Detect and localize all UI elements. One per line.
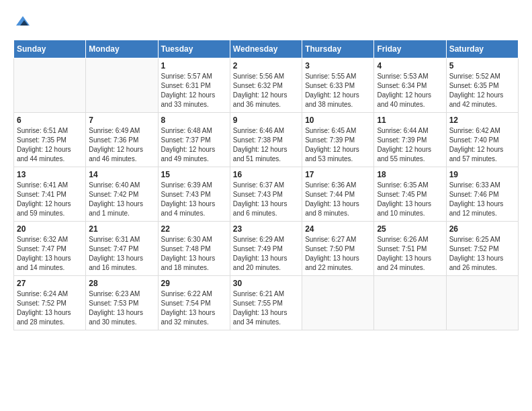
day-detail: Sunrise: 6:31 AM Sunset: 7:47 PM Dayligh… <box>89 235 154 273</box>
day-detail: Sunrise: 5:53 AM Sunset: 6:34 PM Dayligh… <box>377 72 443 109</box>
calendar-cell: 15Sunrise: 6:39 AM Sunset: 7:43 PM Dayli… <box>158 167 230 221</box>
day-detail: Sunrise: 6:30 AM Sunset: 7:48 PM Dayligh… <box>161 235 227 273</box>
calendar-cell: 5Sunrise: 5:52 AM Sunset: 6:35 PM Daylig… <box>446 58 518 112</box>
day-detail: Sunrise: 6:44 AM Sunset: 7:39 PM Dayligh… <box>377 126 443 164</box>
day-detail: Sunrise: 6:39 AM Sunset: 7:43 PM Dayligh… <box>161 181 227 218</box>
calendar-cell: 16Sunrise: 6:37 AM Sunset: 7:43 PM Dayli… <box>230 167 302 221</box>
calendar-cell: 8Sunrise: 6:48 AM Sunset: 7:37 PM Daylig… <box>158 112 230 167</box>
day-detail: Sunrise: 6:48 AM Sunset: 7:37 PM Dayligh… <box>161 126 227 164</box>
calendar-cell: 10Sunrise: 6:45 AM Sunset: 7:39 PM Dayli… <box>302 112 374 167</box>
calendar-cell <box>446 275 518 330</box>
day-number: 1 <box>161 61 227 71</box>
calendar-cell: 3Sunrise: 5:55 AM Sunset: 6:33 PM Daylig… <box>302 58 374 112</box>
page-header <box>13 13 519 33</box>
day-number: 26 <box>449 224 515 234</box>
calendar-cell <box>302 275 374 330</box>
weekday-header-monday: Monday <box>86 40 158 58</box>
calendar-cell: 19Sunrise: 6:33 AM Sunset: 7:46 PM Dayli… <box>446 167 518 221</box>
calendar-cell: 27Sunrise: 6:24 AM Sunset: 7:52 PM Dayli… <box>14 275 86 330</box>
day-detail: Sunrise: 6:22 AM Sunset: 7:54 PM Dayligh… <box>161 289 227 327</box>
calendar-cell: 14Sunrise: 6:40 AM Sunset: 7:42 PM Dayli… <box>86 167 158 221</box>
day-number: 20 <box>17 224 83 234</box>
weekday-header-row: SundayMondayTuesdayWednesdayThursdayFrid… <box>14 40 519 58</box>
day-number: 18 <box>377 170 443 179</box>
day-detail: Sunrise: 6:35 AM Sunset: 7:45 PM Dayligh… <box>377 181 443 218</box>
logo-text <box>13 13 31 33</box>
calendar-week-row: 1Sunrise: 5:57 AM Sunset: 6:31 PM Daylig… <box>14 58 519 112</box>
day-number: 15 <box>161 170 227 179</box>
calendar-week-row: 13Sunrise: 6:41 AM Sunset: 7:41 PM Dayli… <box>14 167 519 221</box>
day-number: 25 <box>377 224 443 234</box>
day-number: 10 <box>305 116 371 125</box>
calendar-cell: 18Sunrise: 6:35 AM Sunset: 7:45 PM Dayli… <box>374 167 446 221</box>
day-number: 4 <box>377 61 443 71</box>
day-number: 22 <box>161 224 227 234</box>
calendar-cell: 12Sunrise: 6:42 AM Sunset: 7:40 PM Dayli… <box>446 112 518 167</box>
calendar-cell: 28Sunrise: 6:23 AM Sunset: 7:53 PM Dayli… <box>86 275 158 330</box>
day-number: 23 <box>233 224 299 234</box>
calendar-cell <box>86 58 158 112</box>
calendar-cell: 13Sunrise: 6:41 AM Sunset: 7:41 PM Dayli… <box>14 167 86 221</box>
day-number: 5 <box>449 61 515 71</box>
day-detail: Sunrise: 6:23 AM Sunset: 7:53 PM Dayligh… <box>89 289 154 327</box>
weekday-header-tuesday: Tuesday <box>158 40 230 58</box>
day-detail: Sunrise: 6:40 AM Sunset: 7:42 PM Dayligh… <box>89 181 154 218</box>
day-detail: Sunrise: 6:25 AM Sunset: 7:52 PM Dayligh… <box>449 235 515 273</box>
day-detail: Sunrise: 6:46 AM Sunset: 7:38 PM Dayligh… <box>233 126 299 164</box>
day-detail: Sunrise: 5:52 AM Sunset: 6:35 PM Dayligh… <box>449 72 515 109</box>
day-detail: Sunrise: 5:55 AM Sunset: 6:33 PM Dayligh… <box>305 72 371 109</box>
day-detail: Sunrise: 6:32 AM Sunset: 7:47 PM Dayligh… <box>17 235 83 273</box>
day-detail: Sunrise: 5:56 AM Sunset: 6:32 PM Dayligh… <box>233 72 299 109</box>
day-number: 29 <box>161 279 227 288</box>
day-number: 28 <box>89 279 154 288</box>
calendar-cell: 6Sunrise: 6:51 AM Sunset: 7:35 PM Daylig… <box>14 112 86 167</box>
calendar-cell: 30Sunrise: 6:21 AM Sunset: 7:55 PM Dayli… <box>230 275 302 330</box>
day-number: 8 <box>161 116 227 125</box>
calendar-cell: 20Sunrise: 6:32 AM Sunset: 7:47 PM Dayli… <box>14 221 86 275</box>
calendar-cell: 26Sunrise: 6:25 AM Sunset: 7:52 PM Dayli… <box>446 221 518 275</box>
weekday-header-wednesday: Wednesday <box>230 40 302 58</box>
day-detail: Sunrise: 6:21 AM Sunset: 7:55 PM Dayligh… <box>233 289 299 327</box>
calendar-cell: 4Sunrise: 5:53 AM Sunset: 6:34 PM Daylig… <box>374 58 446 112</box>
day-detail: Sunrise: 6:41 AM Sunset: 7:41 PM Dayligh… <box>17 181 83 218</box>
day-number: 11 <box>377 116 443 125</box>
weekday-header-sunday: Sunday <box>14 40 86 58</box>
calendar-cell: 7Sunrise: 6:49 AM Sunset: 7:36 PM Daylig… <box>86 112 158 167</box>
day-number: 19 <box>449 170 515 179</box>
calendar-cell: 29Sunrise: 6:22 AM Sunset: 7:54 PM Dayli… <box>158 275 230 330</box>
day-number: 21 <box>89 224 154 234</box>
calendar-cell: 25Sunrise: 6:26 AM Sunset: 7:51 PM Dayli… <box>374 221 446 275</box>
logo <box>13 13 31 33</box>
weekday-header-thursday: Thursday <box>302 40 374 58</box>
day-number: 12 <box>449 116 515 125</box>
day-number: 3 <box>305 61 371 71</box>
day-number: 27 <box>17 279 83 288</box>
day-number: 2 <box>233 61 299 71</box>
calendar-cell: 23Sunrise: 6:29 AM Sunset: 7:49 PM Dayli… <box>230 221 302 275</box>
calendar-cell: 17Sunrise: 6:36 AM Sunset: 7:44 PM Dayli… <box>302 167 374 221</box>
day-detail: Sunrise: 6:29 AM Sunset: 7:49 PM Dayligh… <box>233 235 299 273</box>
day-number: 17 <box>305 170 371 179</box>
day-detail: Sunrise: 6:33 AM Sunset: 7:46 PM Dayligh… <box>449 181 515 218</box>
calendar-cell: 24Sunrise: 6:27 AM Sunset: 7:50 PM Dayli… <box>302 221 374 275</box>
day-detail: Sunrise: 6:26 AM Sunset: 7:51 PM Dayligh… <box>377 235 443 273</box>
calendar-cell: 9Sunrise: 6:46 AM Sunset: 7:38 PM Daylig… <box>230 112 302 167</box>
day-number: 6 <box>17 116 83 125</box>
calendar-table: SundayMondayTuesdayWednesdayThursdayFrid… <box>13 40 519 330</box>
day-detail: Sunrise: 6:37 AM Sunset: 7:43 PM Dayligh… <box>233 181 299 218</box>
calendar-cell: 1Sunrise: 5:57 AM Sunset: 6:31 PM Daylig… <box>158 58 230 112</box>
day-detail: Sunrise: 6:42 AM Sunset: 7:40 PM Dayligh… <box>449 126 515 164</box>
logo-icon <box>15 13 31 30</box>
calendar-cell: 22Sunrise: 6:30 AM Sunset: 7:48 PM Dayli… <box>158 221 230 275</box>
calendar-week-row: 6Sunrise: 6:51 AM Sunset: 7:35 PM Daylig… <box>14 112 519 167</box>
day-number: 7 <box>89 116 154 125</box>
calendar-cell: 11Sunrise: 6:44 AM Sunset: 7:39 PM Dayli… <box>374 112 446 167</box>
day-detail: Sunrise: 6:24 AM Sunset: 7:52 PM Dayligh… <box>17 289 83 327</box>
calendar-week-row: 27Sunrise: 6:24 AM Sunset: 7:52 PM Dayli… <box>14 275 519 330</box>
calendar-cell: 21Sunrise: 6:31 AM Sunset: 7:47 PM Dayli… <box>86 221 158 275</box>
day-number: 9 <box>233 116 299 125</box>
day-detail: Sunrise: 6:27 AM Sunset: 7:50 PM Dayligh… <box>305 235 371 273</box>
day-number: 13 <box>17 170 83 179</box>
day-detail: Sunrise: 6:45 AM Sunset: 7:39 PM Dayligh… <box>305 126 371 164</box>
calendar-week-row: 20Sunrise: 6:32 AM Sunset: 7:47 PM Dayli… <box>14 221 519 275</box>
